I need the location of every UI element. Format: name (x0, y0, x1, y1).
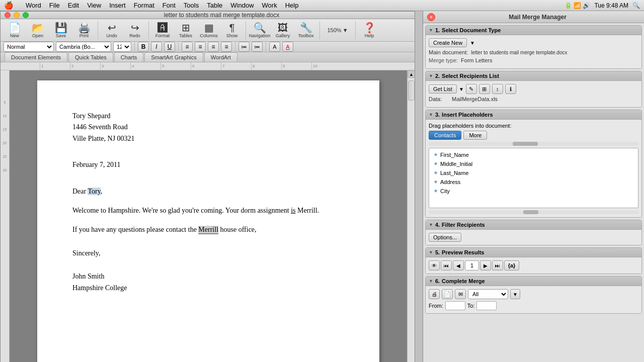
to-input[interactable] (476, 301, 497, 310)
info-btn[interactable]: ℹ (505, 84, 516, 94)
tab-smartart[interactable]: SmartArt Graphics (144, 52, 203, 62)
open-button[interactable]: 📂 Open (27, 19, 49, 41)
help-button[interactable]: ❓ Help (358, 19, 380, 41)
size-select[interactable]: 12 (113, 42, 131, 52)
doc-area[interactable]: Tory Shepard 1446 Seventh Road Ville Pla… (10, 70, 407, 362)
menu-file[interactable]: File (49, 2, 60, 9)
menu-view[interactable]: View (87, 2, 101, 9)
print-button[interactable]: 🖨️ Print (73, 19, 95, 41)
create-new-button[interactable]: Create New (429, 38, 467, 47)
highlight-button[interactable]: A (269, 42, 280, 52)
menu-work[interactable]: Work (262, 2, 277, 9)
align-left-button[interactable]: ≡ (182, 42, 193, 52)
tab-quick-tables[interactable]: Quick Tables (68, 52, 113, 62)
minimize-button[interactable] (14, 12, 20, 18)
merge-arrow-btn[interactable]: ▼ (510, 289, 520, 299)
scroll-up-arrow[interactable]: ▲ (408, 70, 415, 78)
menu-tools[interactable]: Tools (184, 2, 199, 9)
mm-content: ▼ 1. Select Document Type Create New ▼ M… (423, 23, 644, 362)
tab-wordart[interactable]: WordArt (204, 52, 237, 62)
format-button[interactable]: 🅰 Format (151, 19, 174, 41)
show-button[interactable]: ¶ Show (221, 19, 243, 41)
tab-document-elements[interactable]: Document Elements (5, 52, 67, 62)
right-scrollbar[interactable]: ▲ ▼ ▼ (407, 70, 415, 362)
preview-abc-btn[interactable]: {a} (504, 260, 519, 270)
placeholder-address[interactable]: ✦ Address (431, 177, 636, 187)
filter-btn[interactable]: ⊞ (479, 84, 490, 94)
get-list-button[interactable]: Get List (429, 84, 457, 94)
merge-email-btn[interactable]: ✉ (455, 289, 466, 299)
next-record-btn[interactable]: ▶ (480, 260, 491, 270)
mm-section-complete-header[interactable]: ▼ 6. Complete Merge (426, 277, 641, 286)
toolbox-button[interactable]: 🔧 Toolbox (295, 19, 317, 41)
gallery-button[interactable]: 🖼 Gallery (272, 19, 294, 41)
title-bar: letter to students mail merge template.d… (1, 12, 415, 19)
zoom-value: 150% (327, 27, 341, 33)
section1-number: 1. (435, 27, 440, 33)
mm-section-preview-header[interactable]: ▼ 5. Preview Results (426, 248, 641, 257)
undo-button[interactable]: ↩ Undo (101, 19, 123, 41)
menu-insert[interactable]: Insert (109, 2, 126, 9)
italic-button[interactable]: I (151, 42, 162, 52)
star-icon-2: ✦ (433, 160, 438, 167)
align-right-button[interactable]: ≡ (208, 42, 219, 52)
menu-table[interactable]: Table (207, 2, 222, 9)
zoom-control[interactable]: 150% ▼ (323, 19, 353, 41)
placeholder-lastname[interactable]: ✦ Last_Name (431, 168, 636, 177)
num-list-button[interactable]: ≔ (252, 42, 263, 52)
mm-section-filter-header[interactable]: ▼ 4. Filter Recipients (426, 220, 641, 230)
style-select[interactable]: Normal (4, 42, 54, 52)
merge-printer-btn[interactable]: 🖨 (429, 289, 440, 299)
apple-menu[interactable]: 🍎 (4, 1, 14, 10)
contacts-tab[interactable]: Contacts (429, 131, 461, 140)
menu-font[interactable]: Font (163, 2, 176, 9)
columns-button[interactable]: ▦ Columns (198, 19, 220, 41)
search-icon[interactable]: 🔍 (632, 2, 640, 9)
prev-record-btn[interactable]: ◀ (453, 260, 464, 270)
last-record-btn[interactable]: ⏭ (492, 260, 503, 270)
underline-button[interactable]: U (164, 42, 175, 52)
redo-button[interactable]: ↪ Redo (124, 19, 146, 41)
mm-section-doc-type-header[interactable]: ▼ 1. Select Document Type (426, 26, 641, 35)
scrollbar-thumb[interactable] (513, 142, 538, 146)
mm-close-button[interactable]: × (427, 13, 435, 21)
font-select[interactable]: Cambria (Bo... (56, 42, 111, 52)
scroll-thumb[interactable] (408, 80, 415, 101)
placeholder-middleinitial[interactable]: ✦ Middle_Initial (431, 159, 636, 168)
save-button[interactable]: 💾 Save (50, 19, 72, 41)
placeholder-firstname[interactable]: ✦ First_Name (431, 150, 636, 159)
menu-help[interactable]: Help (285, 2, 299, 9)
sort-btn[interactable]: ↕ (492, 84, 503, 94)
get-list-arrow[interactable]: ▼ (459, 86, 464, 92)
scroll-track[interactable] (408, 78, 415, 362)
preview-icon-btn[interactable]: 👁 (429, 260, 440, 270)
list-button[interactable]: ≔ (238, 42, 250, 52)
tab-charts[interactable]: Charts (114, 52, 143, 62)
more-tab[interactable]: More (463, 131, 487, 140)
merge-doc-btn[interactable]: 📄 (442, 289, 453, 299)
edit-list-btn[interactable]: ✎ (466, 84, 477, 94)
mm-section-placeholders-header[interactable]: ▼ 3. Insert Placeholders (426, 110, 641, 120)
menu-word[interactable]: Word (26, 2, 41, 9)
maximize-button[interactable] (23, 12, 29, 18)
menu-edit[interactable]: Edit (68, 2, 79, 9)
navigation-button[interactable]: 🔍 Navigation (249, 19, 271, 41)
menu-window[interactable]: Window (230, 2, 254, 9)
bold-button[interactable]: B (138, 42, 149, 52)
placeholder-city[interactable]: ✦ City (431, 187, 636, 196)
close-button[interactable] (5, 12, 11, 18)
merge-to-select[interactable]: All (468, 289, 508, 299)
scrollbar-thumb-2[interactable] (523, 210, 538, 214)
align-center-button[interactable]: ≡ (195, 42, 206, 52)
tables-button[interactable]: ⊞ Tables (175, 19, 197, 41)
new-button[interactable]: 📄 New (4, 19, 26, 41)
font-color-button[interactable]: A (282, 42, 293, 52)
justify-button[interactable]: ≡ (221, 42, 232, 52)
first-record-btn[interactable]: ⏮ (441, 260, 452, 270)
dropdown-arrow[interactable]: ▼ (470, 40, 475, 46)
mm-section-recipients-header[interactable]: ▼ 2. Select Recipients List (426, 71, 641, 81)
menu-format[interactable]: Format (134, 2, 154, 9)
current-record[interactable]: 1 (465, 260, 479, 270)
from-input[interactable] (445, 301, 465, 310)
options-button[interactable]: Options... (429, 233, 461, 242)
